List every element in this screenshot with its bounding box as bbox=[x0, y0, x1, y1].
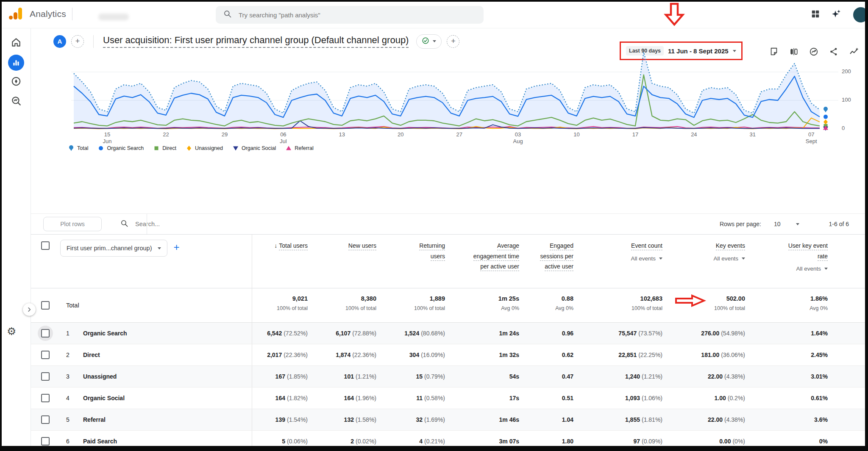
account-avatar[interactable]: A bbox=[53, 35, 66, 48]
metric-value: 2 bbox=[351, 438, 354, 445]
metric-value: 1,874 bbox=[336, 351, 351, 358]
global-search[interactable] bbox=[216, 6, 484, 24]
event-filter-value: All events bbox=[631, 255, 656, 262]
google-analytics-logo-icon bbox=[8, 7, 24, 21]
controls-divider bbox=[147, 214, 147, 234]
legend-item-unassigned[interactable]: Unassigned bbox=[186, 145, 223, 152]
column-header-returning-users[interactable]: Returning users bbox=[383, 235, 452, 288]
metric-cell: 4(0.21%) bbox=[383, 431, 452, 451]
add-report-icon[interactable]: + bbox=[447, 35, 459, 48]
metric-value: 1.00 bbox=[715, 395, 726, 401]
row-checkbox[interactable] bbox=[41, 329, 50, 338]
legend-item-direct[interactable]: Direct bbox=[153, 145, 176, 152]
totals-subtext: 100% of total bbox=[314, 305, 376, 311]
legend-item-organic-social[interactable]: Organic Social bbox=[232, 145, 276, 152]
metric-percent: (72.52%) bbox=[284, 330, 308, 337]
chevron-down-icon[interactable] bbox=[796, 223, 799, 225]
metric-value: 167 bbox=[275, 373, 285, 380]
metric-value: 132 bbox=[344, 416, 354, 423]
column-header-text: Total users bbox=[279, 242, 308, 250]
row-checkbox[interactable] bbox=[41, 372, 50, 381]
event-filter-dropdown[interactable]: All events bbox=[754, 266, 828, 272]
table-search-input[interactable] bbox=[134, 220, 272, 228]
sidebar-item-explore[interactable] bbox=[8, 74, 25, 91]
metric-cell: 1,093(1.06%) bbox=[580, 387, 669, 409]
row-checkbox[interactable] bbox=[41, 394, 50, 402]
add-dimension-button[interactable]: + bbox=[173, 241, 179, 253]
checkbox-halo bbox=[38, 326, 53, 341]
row-checkbox[interactable] bbox=[41, 241, 50, 250]
row-checkbox[interactable] bbox=[41, 437, 50, 445]
metric-cell: 32(1.69%) bbox=[383, 409, 452, 430]
metric-value: 2,017 bbox=[267, 351, 282, 358]
dimension-selector[interactable]: First user prim...channel group) bbox=[60, 240, 167, 257]
metric-value: 1m 24s bbox=[499, 330, 519, 337]
totals-subtext: Avg 0% bbox=[452, 305, 519, 311]
table-search[interactable] bbox=[120, 219, 272, 229]
metric-cell: 1m 32s bbox=[452, 344, 526, 365]
annotation-arrow-right bbox=[673, 293, 707, 308]
metric-value: 32 bbox=[416, 416, 423, 423]
metric-cell: 167(1.85%) bbox=[252, 366, 314, 387]
sidebar-item-home[interactable] bbox=[8, 35, 25, 52]
column-header-user-key-event-rate[interactable]: User key event rateAll events bbox=[752, 235, 835, 288]
plot-rows-button[interactable]: Plot rows bbox=[43, 217, 102, 231]
dimension-header-cell: First user prim...channel group)+ bbox=[60, 235, 252, 288]
row-checkbox[interactable] bbox=[41, 415, 50, 424]
column-header-average-engagement-time-per-active-user[interactable]: Average engagement time per active user bbox=[452, 235, 526, 288]
sidebar-expand-chevron[interactable] bbox=[23, 303, 36, 316]
metric-cell: 22.00(4.38%) bbox=[669, 409, 752, 430]
metric-cell: 6,542(72.52%) bbox=[252, 323, 314, 344]
metric-percent: (1.21%) bbox=[642, 373, 662, 380]
chevron-down-icon bbox=[824, 268, 828, 270]
legend-item-total[interactable]: Total bbox=[68, 145, 88, 152]
x-axis-tick: 03Aug bbox=[503, 131, 533, 145]
column-header-total-users[interactable]: ↓Total users bbox=[252, 235, 314, 288]
metric-cell: 139(1.54%) bbox=[252, 409, 314, 430]
legend-item-organic-search[interactable]: Organic Search bbox=[97, 145, 144, 152]
column-header-event-count[interactable]: Event countAll events bbox=[580, 235, 669, 288]
metric-value: 0.96 bbox=[562, 330, 573, 337]
totals-cell: 8,380100% of total bbox=[314, 288, 383, 322]
channel-name[interactable]: Unassigned bbox=[77, 366, 252, 387]
admin-gear-icon[interactable]: ⚙ bbox=[7, 325, 16, 338]
legend-item-referral[interactable]: Referral bbox=[285, 145, 313, 152]
column-header-new-users[interactable]: New users bbox=[314, 235, 383, 288]
row-checkbox[interactable] bbox=[41, 351, 50, 359]
metric-cell: 17s bbox=[452, 387, 526, 409]
event-filter-dropdown[interactable]: All events bbox=[583, 255, 662, 262]
totals-cell: 1m 25sAvg 0% bbox=[452, 288, 526, 322]
apps-grid-icon[interactable] bbox=[811, 9, 820, 20]
column-header-key-events[interactable]: Key eventsAll events bbox=[669, 235, 752, 288]
property-selector-redacted[interactable] bbox=[98, 14, 129, 20]
event-filter-dropdown[interactable]: All events bbox=[672, 255, 745, 262]
metric-cell: 164(1.96%) bbox=[314, 387, 383, 409]
add-comparison-icon[interactable]: + bbox=[71, 35, 84, 48]
data-quality-badge[interactable] bbox=[416, 34, 442, 49]
row-checkbox[interactable] bbox=[41, 301, 50, 310]
global-search-input[interactable] bbox=[238, 11, 476, 19]
metric-value: 3m 07s bbox=[499, 438, 519, 445]
circle-marker-icon bbox=[97, 145, 104, 152]
user-avatar[interactable] bbox=[852, 6, 868, 23]
totals-subtext: Avg 0% bbox=[526, 305, 573, 311]
sidebar-item-advertising[interactable] bbox=[8, 93, 25, 110]
rows-per-page-value[interactable]: 10 bbox=[774, 221, 781, 227]
metric-cell: 11(0.58%) bbox=[383, 387, 452, 409]
metric-value: 22.00 bbox=[708, 416, 723, 423]
gemini-sparkle-icon[interactable] bbox=[831, 9, 841, 21]
column-header-label: New users bbox=[317, 241, 376, 251]
metric-percent: (72.88%) bbox=[352, 330, 376, 337]
channel-name[interactable]: Paid Search bbox=[77, 431, 252, 451]
channel-name[interactable]: Organic Social bbox=[77, 387, 252, 409]
channel-name[interactable]: Direct bbox=[77, 344, 252, 365]
column-header-engaged-sessions-per-active-user[interactable]: Engaged sessions per active user bbox=[526, 235, 580, 288]
metric-cell: 276.00(54.98%) bbox=[669, 323, 752, 344]
x-axis-tick: 27 bbox=[445, 131, 474, 138]
channel-name[interactable]: Referral bbox=[77, 409, 252, 430]
channel-name[interactable]: Organic Search bbox=[77, 323, 252, 344]
totals-subtext: Avg 0% bbox=[752, 305, 828, 311]
metric-cell: 0.47 bbox=[526, 366, 580, 387]
metric-value: 11 bbox=[416, 395, 423, 401]
sidebar-item-reports[interactable] bbox=[8, 54, 25, 71]
